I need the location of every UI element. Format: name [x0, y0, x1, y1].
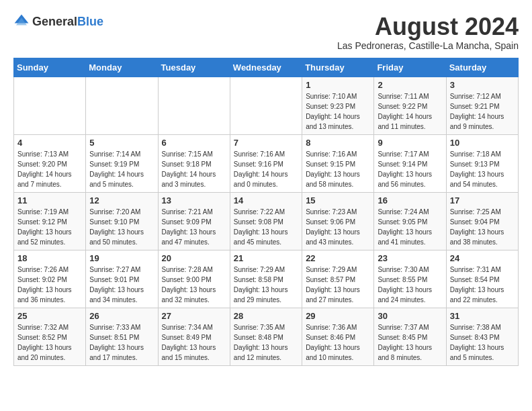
- calendar-cell: 23Sunrise: 7:30 AM Sunset: 8:55 PM Dayli…: [374, 250, 446, 308]
- calendar-cell: 29Sunrise: 7:36 AM Sunset: 8:46 PM Dayli…: [302, 308, 374, 365]
- day-number: 12: [89, 195, 154, 205]
- calendar-cell: 18Sunrise: 7:26 AM Sunset: 9:02 PM Dayli…: [14, 250, 86, 308]
- calendar-cell: [230, 77, 302, 134]
- day-info: Sunrise: 7:15 AM Sunset: 9:18 PM Dayligh…: [162, 149, 226, 189]
- calendar-table: SundayMondayTuesdayWednesdayThursdayFrid…: [13, 58, 519, 366]
- calendar-cell: 9Sunrise: 7:17 AM Sunset: 9:14 PM Daylig…: [374, 134, 446, 192]
- day-info: Sunrise: 7:16 AM Sunset: 9:15 PM Dayligh…: [306, 149, 370, 189]
- day-number: 10: [450, 138, 515, 148]
- header-day-thursday: Thursday: [302, 58, 374, 77]
- day-number: 20: [162, 253, 226, 263]
- calendar-cell: 22Sunrise: 7:29 AM Sunset: 8:57 PM Dayli…: [302, 250, 374, 308]
- day-number: 21: [234, 253, 298, 263]
- calendar-cell: 10Sunrise: 7:18 AM Sunset: 9:13 PM Dayli…: [446, 134, 518, 192]
- calendar-cell: 8Sunrise: 7:16 AM Sunset: 9:15 PM Daylig…: [302, 134, 374, 192]
- day-info: Sunrise: 7:31 AM Sunset: 8:54 PM Dayligh…: [450, 265, 515, 305]
- day-number: 17: [450, 195, 515, 205]
- calendar-cell: 21Sunrise: 7:29 AM Sunset: 8:58 PM Dayli…: [230, 250, 302, 308]
- day-number: 7: [234, 138, 298, 148]
- day-info: Sunrise: 7:32 AM Sunset: 8:52 PM Dayligh…: [17, 322, 82, 363]
- day-info: Sunrise: 7:12 AM Sunset: 9:21 PM Dayligh…: [450, 91, 515, 132]
- day-number: 15: [306, 195, 370, 205]
- day-info: Sunrise: 7:13 AM Sunset: 9:20 PM Dayligh…: [17, 149, 82, 189]
- calendar-cell: 13Sunrise: 7:21 AM Sunset: 9:09 PM Dayli…: [158, 192, 230, 250]
- day-number: 18: [17, 253, 82, 263]
- day-number: 14: [234, 195, 298, 205]
- calendar-cell: 24Sunrise: 7:31 AM Sunset: 8:54 PM Dayli…: [446, 250, 518, 308]
- calendar-cell: 27Sunrise: 7:34 AM Sunset: 8:49 PM Dayli…: [158, 308, 230, 365]
- header-day-friday: Friday: [374, 58, 446, 77]
- day-number: 30: [378, 311, 442, 321]
- location: Las Pedroneras, Castille-La Mancha, Spai…: [337, 40, 519, 51]
- day-number: 8: [306, 138, 370, 148]
- calendar-cell: 5Sunrise: 7:14 AM Sunset: 9:19 PM Daylig…: [86, 134, 158, 192]
- day-info: Sunrise: 7:19 AM Sunset: 9:12 PM Dayligh…: [17, 207, 82, 247]
- header-day-tuesday: Tuesday: [158, 58, 230, 77]
- day-number: 16: [378, 195, 442, 205]
- calendar-cell: 19Sunrise: 7:27 AM Sunset: 9:01 PM Dayli…: [86, 250, 158, 308]
- calendar-week-row: 18Sunrise: 7:26 AM Sunset: 9:02 PM Dayli…: [14, 250, 519, 308]
- day-number: 6: [162, 138, 226, 148]
- day-number: 24: [450, 253, 515, 263]
- day-info: Sunrise: 7:14 AM Sunset: 9:19 PM Dayligh…: [89, 149, 154, 189]
- logo-text-blue: Blue: [77, 15, 103, 28]
- calendar-cell: [86, 77, 158, 134]
- day-number: 4: [17, 138, 82, 148]
- calendar-cell: 1Sunrise: 7:10 AM Sunset: 9:23 PM Daylig…: [302, 77, 374, 134]
- day-info: Sunrise: 7:26 AM Sunset: 9:02 PM Dayligh…: [17, 265, 82, 305]
- calendar-cell: [14, 77, 86, 134]
- calendar-cell: 26Sunrise: 7:33 AM Sunset: 8:51 PM Dayli…: [86, 308, 158, 365]
- calendar-week-row: 4Sunrise: 7:13 AM Sunset: 9:20 PM Daylig…: [14, 134, 519, 192]
- calendar-cell: 28Sunrise: 7:35 AM Sunset: 8:48 PM Dayli…: [230, 308, 302, 365]
- calendar-week-row: 1Sunrise: 7:10 AM Sunset: 9:23 PM Daylig…: [14, 77, 519, 134]
- month-year: August 2024: [337, 13, 519, 40]
- day-info: Sunrise: 7:28 AM Sunset: 9:00 PM Dayligh…: [162, 265, 226, 305]
- calendar-cell: 7Sunrise: 7:16 AM Sunset: 9:16 PM Daylig…: [230, 134, 302, 192]
- day-info: Sunrise: 7:36 AM Sunset: 8:46 PM Dayligh…: [306, 322, 370, 363]
- day-number: 23: [378, 253, 442, 263]
- day-info: Sunrise: 7:17 AM Sunset: 9:14 PM Dayligh…: [378, 149, 442, 189]
- calendar-cell: 25Sunrise: 7:32 AM Sunset: 8:52 PM Dayli…: [14, 308, 86, 365]
- calendar-cell: 16Sunrise: 7:24 AM Sunset: 9:05 PM Dayli…: [374, 192, 446, 250]
- calendar-week-row: 25Sunrise: 7:32 AM Sunset: 8:52 PM Dayli…: [14, 308, 519, 365]
- day-info: Sunrise: 7:22 AM Sunset: 9:08 PM Dayligh…: [234, 207, 298, 247]
- day-info: Sunrise: 7:34 AM Sunset: 8:49 PM Dayligh…: [162, 322, 226, 363]
- title-area: August 2024 Las Pedroneras, Castille-La …: [337, 13, 519, 51]
- day-info: Sunrise: 7:24 AM Sunset: 9:05 PM Dayligh…: [378, 207, 442, 247]
- day-number: 9: [378, 138, 442, 148]
- calendar-cell: 4Sunrise: 7:13 AM Sunset: 9:20 PM Daylig…: [14, 134, 86, 192]
- day-info: Sunrise: 7:23 AM Sunset: 9:06 PM Dayligh…: [306, 207, 370, 247]
- logo: GeneralBlue: [13, 13, 103, 30]
- calendar-cell: 17Sunrise: 7:25 AM Sunset: 9:04 PM Dayli…: [446, 192, 518, 250]
- day-info: Sunrise: 7:29 AM Sunset: 8:58 PM Dayligh…: [234, 265, 298, 305]
- day-info: Sunrise: 7:33 AM Sunset: 8:51 PM Dayligh…: [89, 322, 154, 363]
- calendar-cell: 20Sunrise: 7:28 AM Sunset: 9:00 PM Dayli…: [158, 250, 230, 308]
- calendar-week-row: 11Sunrise: 7:19 AM Sunset: 9:12 PM Dayli…: [14, 192, 519, 250]
- header-day-monday: Monday: [86, 58, 158, 77]
- day-number: 5: [89, 138, 154, 148]
- header-day-sunday: Sunday: [14, 58, 86, 77]
- header-day-wednesday: Wednesday: [230, 58, 302, 77]
- day-number: 2: [378, 80, 442, 90]
- calendar-cell: 6Sunrise: 7:15 AM Sunset: 9:18 PM Daylig…: [158, 134, 230, 192]
- day-info: Sunrise: 7:38 AM Sunset: 8:43 PM Dayligh…: [450, 322, 515, 363]
- day-info: Sunrise: 7:30 AM Sunset: 8:55 PM Dayligh…: [378, 265, 442, 305]
- day-info: Sunrise: 7:27 AM Sunset: 9:01 PM Dayligh…: [89, 265, 154, 305]
- logo-text-general: General: [32, 15, 77, 28]
- header: GeneralBlue August 2024 Las Pedroneras, …: [13, 13, 519, 51]
- calendar-cell: 2Sunrise: 7:11 AM Sunset: 9:22 PM Daylig…: [374, 77, 446, 134]
- day-number: 25: [17, 311, 82, 321]
- day-number: 27: [162, 311, 226, 321]
- day-info: Sunrise: 7:18 AM Sunset: 9:13 PM Dayligh…: [450, 149, 515, 189]
- day-number: 22: [306, 253, 370, 263]
- logo-icon: [13, 13, 30, 30]
- day-info: Sunrise: 7:37 AM Sunset: 8:45 PM Dayligh…: [378, 322, 442, 363]
- calendar-header-row: SundayMondayTuesdayWednesdayThursdayFrid…: [14, 58, 519, 77]
- day-number: 29: [306, 311, 370, 321]
- calendar-cell: 30Sunrise: 7:37 AM Sunset: 8:45 PM Dayli…: [374, 308, 446, 365]
- header-day-saturday: Saturday: [446, 58, 518, 77]
- day-info: Sunrise: 7:29 AM Sunset: 8:57 PM Dayligh…: [306, 265, 370, 305]
- calendar-cell: 15Sunrise: 7:23 AM Sunset: 9:06 PM Dayli…: [302, 192, 374, 250]
- day-info: Sunrise: 7:25 AM Sunset: 9:04 PM Dayligh…: [450, 207, 515, 247]
- day-number: 19: [89, 253, 154, 263]
